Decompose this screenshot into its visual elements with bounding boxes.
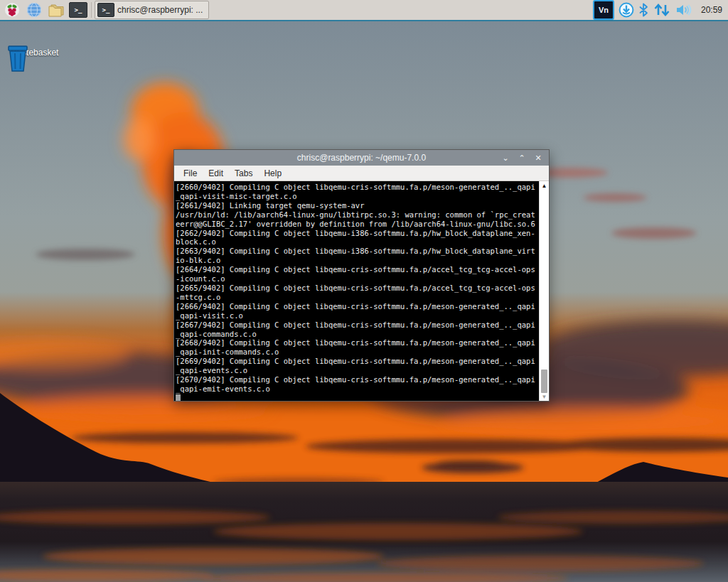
- speaker-glyph: [675, 3, 692, 17]
- terminal-icon: >_: [97, 3, 114, 17]
- terminal-line: _qapi-init-commands.c.o: [176, 347, 539, 357]
- update-arrow-icon: [619, 2, 634, 18]
- terminal-line: _qapi-emit-events.c.o: [176, 384, 539, 394]
- minimize-button[interactable]: ⌄: [500, 153, 510, 163]
- updater-icon[interactable]: [619, 2, 634, 18]
- maximize-button[interactable]: ⌃: [517, 153, 527, 163]
- menu-edit[interactable]: Edit: [203, 167, 228, 180]
- terminal-line: block.c.o: [176, 237, 539, 247]
- scrollbar-thumb[interactable]: [541, 370, 547, 393]
- menu-tabs[interactable]: Tabs: [230, 167, 257, 180]
- terminal-line: [2667/9402] Compiling C object libqemu-c…: [176, 320, 539, 330]
- terminal-line: [2670/9402] Compiling C object libqemu-c…: [176, 375, 539, 384]
- window-titlebar[interactable]: chrisc@raspberrypi: ~/qemu-7.0.0 ⌄ ⌃ ✕: [174, 150, 549, 166]
- menu-button[interactable]: [2, 1, 22, 18]
- volume-icon[interactable]: [675, 3, 692, 17]
- taskbar-separator: [91, 2, 92, 18]
- updown-arrows: [653, 3, 671, 17]
- terminal-line: -mttcg.c.o: [176, 293, 539, 302]
- wastebasket-shortcut[interactable]: Wastebasket: [6, 45, 63, 58]
- terminal-line: [2661/9402] Linking target qemu-system-a…: [176, 201, 539, 210]
- terminal-line: io-blk.c.o: [176, 256, 539, 265]
- terminal-line: [2665/9402] Compiling C object libqemu-c…: [176, 284, 539, 293]
- terminal-menubar: File Edit Tabs Help: [174, 166, 549, 181]
- network-arrows-icon[interactable]: [653, 3, 671, 17]
- terminal-line: [2663/9402] Compiling C object libqemu-i…: [176, 247, 539, 256]
- scroll-up-arrow-icon[interactable]: ▲: [540, 181, 549, 190]
- terminal-line: [2662/9402] Compiling C object libqemu-i…: [176, 229, 539, 238]
- taskbar: >_ >_ chrisc@raspberrypi: ... Vn: [0, 0, 728, 21]
- menu-file[interactable]: File: [178, 167, 202, 180]
- terminal-line: /usr/bin/ld: /lib/aarch64-linux-gnu/libt…: [176, 210, 539, 220]
- system-tray: Vn: [593, 0, 728, 20]
- terminal-line: _qapi-events.c.o: [176, 366, 539, 375]
- terminal-line: eerr@@GLIBC_2.17' overridden by definiti…: [176, 220, 539, 229]
- terminal-icon: >_: [69, 2, 87, 18]
- vnc-icon[interactable]: Vn: [593, 0, 614, 20]
- terminal-viewport[interactable]: [2660/9402] Compiling C object libqemu-c…: [174, 181, 539, 401]
- terminal-line: [2666/9402] Compiling C object libqemu-c…: [176, 302, 539, 311]
- clock[interactable]: 20:59: [701, 5, 722, 15]
- bluetooth-icon[interactable]: [638, 3, 648, 17]
- file-manager-launcher[interactable]: [46, 1, 66, 18]
- terminal-line: _qapi-visit-misc-target.c.o: [176, 192, 539, 201]
- browser-launcher[interactable]: [24, 1, 44, 18]
- terminal-line: [2664/9402] Compiling C object libqemu-c…: [176, 265, 539, 274]
- scroll-down-arrow-icon[interactable]: ▼: [540, 392, 549, 401]
- terminal-scrollbar[interactable]: ▲ ▼: [539, 181, 549, 401]
- terminal-cursor: [176, 394, 181, 401]
- terminal-output: [2660/9402] Compiling C object libqemu-c…: [176, 183, 539, 394]
- terminal-window: chrisc@raspberrypi: ~/qemu-7.0.0 ⌄ ⌃ ✕ F…: [173, 149, 550, 402]
- close-button[interactable]: ✕: [533, 153, 543, 163]
- terminal-line: _qapi-commands.c.o: [176, 330, 539, 339]
- folder-icon: [48, 3, 65, 17]
- terminal-launcher[interactable]: >_: [68, 1, 88, 18]
- taskbar-window-button[interactable]: >_ chrisc@raspberrypi: ...: [95, 1, 209, 19]
- terminal-line: [2669/9402] Compiling C object libqemu-c…: [176, 357, 539, 366]
- window-title: chrisc@raspberrypi: ~/qemu-7.0.0: [174, 153, 549, 163]
- terminal-line: _qapi-visit.c.o: [176, 311, 539, 320]
- terminal-body: [2660/9402] Compiling C object libqemu-c…: [174, 181, 549, 401]
- raspberry-icon: [4, 2, 20, 18]
- menu-help[interactable]: Help: [259, 167, 287, 180]
- taskbar-window-label: chrisc@raspberrypi: ...: [117, 5, 203, 15]
- terminal-line: -icount.c.o: [176, 274, 539, 284]
- globe-icon: [26, 2, 42, 18]
- bluetooth-glyph: [638, 3, 648, 17]
- terminal-line: [2660/9402] Compiling C object libqemu-c…: [176, 183, 539, 192]
- terminal-line: [2668/9402] Compiling C object libqemu-c…: [176, 338, 539, 347]
- window-controls: ⌄ ⌃ ✕: [500, 153, 549, 163]
- wastebasket-icon: [6, 45, 30, 72]
